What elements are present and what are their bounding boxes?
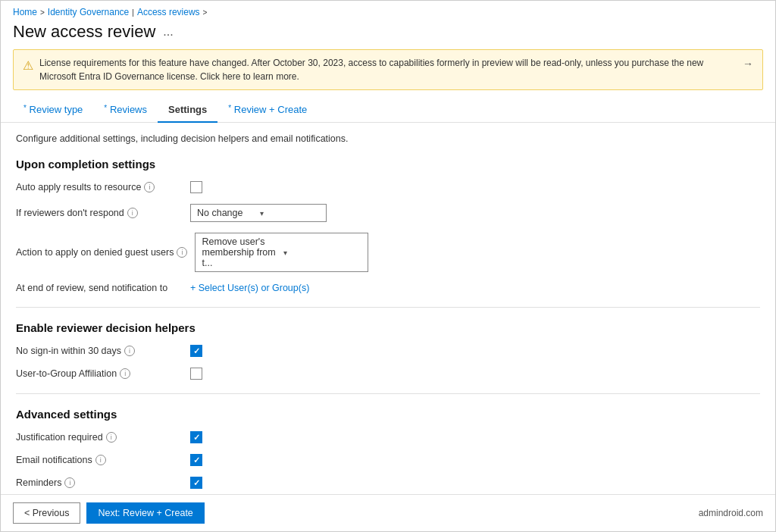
reminders-label-text: Reminders [16,477,61,488]
reviewers-respond-info-icon[interactable]: i [127,208,138,218]
reviewers-respond-dropdown[interactable]: No change ▾ [190,204,327,222]
page-title-row: New access review ... [1,20,775,49]
no-signin-row: No sign-in within 30 days i [16,345,760,357]
tab-label-reviews: Reviews [110,104,147,115]
completion-section: Upon completion settings Auto apply resu… [16,158,760,293]
footer-buttons: < Previous Next: Review + Create [13,502,205,524]
alert-banner: ⚠ License requirements for this feature … [13,49,763,90]
no-signin-label-text: No sign-in within 30 days [16,346,121,356]
divider-2 [16,393,760,394]
email-notifications-label: Email notifications i [16,455,183,465]
breadcrumb-home[interactable]: Home [13,7,37,17]
completion-section-title: Upon completion settings [16,158,760,171]
alert-warning-icon: ⚠ [23,57,33,75]
reviewers-respond-value: No change [197,208,257,218]
reminders-checkbox[interactable] [190,477,202,489]
tabs-row: * Review type * Reviews Settings * Revie… [1,98,775,123]
auto-apply-label: Auto apply results to resource i [16,182,183,192]
page-wrapper: Home > Identity Governance | Access revi… [1,1,775,531]
reminders-info-icon[interactable]: i [64,477,75,488]
user-group-label-text: User-to-Group Affiliation [16,368,117,379]
denied-guest-label: Action to apply on denied guest users i [16,247,187,258]
reminders-row: Reminders i [16,477,760,489]
auto-apply-info-icon[interactable]: i [144,182,155,192]
email-notifications-info-icon[interactable]: i [95,455,106,465]
no-signin-checkbox[interactable] [190,345,202,357]
section-desc: Configure additional settings, including… [16,133,760,144]
justification-checkbox[interactable] [190,431,202,443]
footer-row: < Previous Next: Review + Create admindr… [1,494,775,531]
no-signin-label: No sign-in within 30 days i [16,346,183,356]
tab-settings[interactable]: Settings [158,98,217,123]
breadcrumb-sep3: > [203,8,208,17]
justification-info-icon[interactable]: i [106,432,117,443]
tab-asterisk-reviews: * [104,104,107,112]
denied-guest-arrow: ▾ [283,249,361,257]
tab-review-type[interactable]: * Review type [13,98,93,123]
reviewers-respond-arrow: ▾ [260,209,320,217]
divider-1 [16,307,760,308]
tab-label-settings: Settings [168,104,207,115]
justification-label-text: Justification required [16,432,103,443]
justification-label: Justification required i [16,432,183,443]
no-signin-info-icon[interactable]: i [124,346,135,356]
footer-brand: admindroid.com [699,508,763,518]
user-group-label: User-to-Group Affiliation i [16,368,183,379]
auto-apply-row: Auto apply results to resource i [16,181,760,193]
auto-apply-checkbox[interactable] [190,181,202,193]
breadcrumb: Home > Identity Governance | Access revi… [1,1,775,20]
tab-asterisk-review-type: * [23,104,27,112]
reviewers-respond-label-text: If reviewers don't respond [16,208,124,218]
tab-review-create[interactable]: * Review + Create [217,98,318,123]
auto-apply-label-text: Auto apply results to resource [16,182,141,192]
decision-section: Enable reviewer decision helpers No sign… [16,321,760,380]
decision-section-title: Enable reviewer decision helpers [16,321,760,334]
reviewers-respond-label: If reviewers don't respond i [16,208,183,218]
next-button[interactable]: Next: Review + Create [86,502,204,524]
user-group-row: User-to-Group Affiliation i [16,368,760,380]
justification-row: Justification required i [16,431,760,443]
denied-guest-label-text: Action to apply on denied guest users [16,247,174,258]
select-users-link[interactable]: + Select User(s) or Group(s) [190,283,309,293]
end-notification-label: At end of review, send notification to [16,283,183,293]
tab-label-review-create: Review + Create [234,104,307,115]
advanced-section-title: Advanced settings [16,408,760,421]
denied-guest-info-icon[interactable]: i [177,247,187,258]
alert-link-arrow[interactable]: → [743,56,753,72]
tab-reviews[interactable]: * Reviews [93,98,158,123]
end-notification-row: At end of review, send notification to +… [16,283,760,293]
tab-asterisk-review-create: * [228,104,231,112]
alert-text: License requirements for this feature ha… [39,56,732,83]
breadcrumb-sep1: > [40,8,45,17]
breadcrumb-sep2: | [132,8,134,17]
breadcrumb-identity[interactable]: Identity Governance [48,7,129,17]
denied-guest-dropdown[interactable]: Remove user's membership from t... ▾ [195,233,368,272]
user-group-checkbox[interactable] [190,368,202,380]
end-notification-label-text: At end of review, send notification to [16,283,167,293]
breadcrumb-reviews[interactable]: Access reviews [137,7,200,17]
denied-guest-value: Remove user's membership from t... [202,236,280,268]
tab-label-review-type: Review type [30,104,83,115]
advanced-section: Advanced settings Justification required… [16,408,760,494]
reviewers-respond-row: If reviewers don't respond i No change ▾ [16,204,760,222]
email-notifications-row: Email notifications i [16,454,760,466]
email-notifications-label-text: Email notifications [16,455,92,465]
page-title: New access review [13,22,155,42]
content-area: Configure additional settings, including… [1,123,775,494]
more-icon[interactable]: ... [163,25,173,39]
denied-guest-row: Action to apply on denied guest users i … [16,233,760,272]
reminders-label: Reminders i [16,477,183,488]
user-group-info-icon[interactable]: i [120,368,130,379]
previous-button[interactable]: < Previous [13,502,80,524]
email-notifications-checkbox[interactable] [190,454,202,466]
